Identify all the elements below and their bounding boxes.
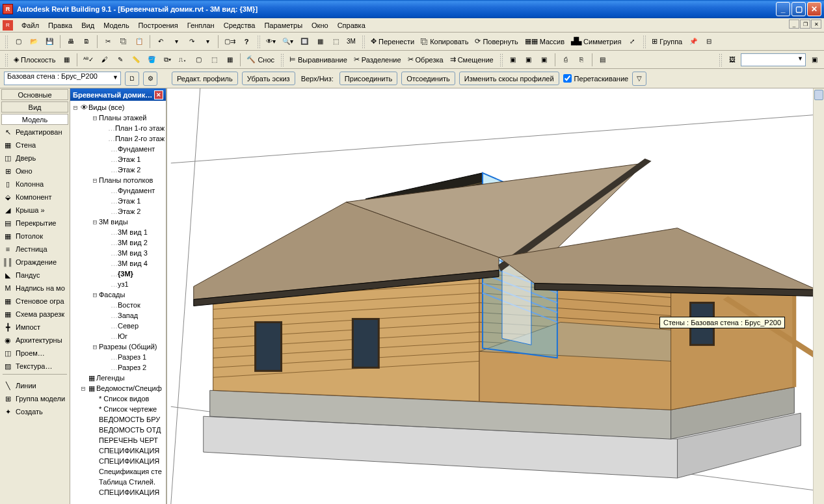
tree-node[interactable]: …уз1 — [72, 279, 165, 289]
print-icon[interactable]: 🖶 — [64, 34, 78, 49]
menu-constructions[interactable]: Построения — [134, 20, 183, 31]
menu-file[interactable]: Файл — [17, 20, 44, 31]
toolbar-grip[interactable] — [362, 35, 365, 48]
tree-node[interactable]: …Юг — [72, 331, 165, 341]
tool-11[interactable]: ◣Пандус — [0, 269, 70, 282]
menu-window[interactable]: Окно — [307, 20, 333, 31]
match-icon[interactable]: 🖌 — [98, 53, 112, 67]
toolbar-grip[interactable] — [257, 35, 260, 48]
demolish-button[interactable]: 🔨Снос — [244, 53, 277, 67]
redo-icon[interactable]: ↷ — [185, 34, 199, 49]
grid-icon[interactable]: ▦ — [59, 53, 73, 67]
tool-18[interactable]: ▨Текстура… — [0, 360, 70, 373]
pin-icon[interactable]: 📌 — [686, 34, 700, 49]
tree-node[interactable]: …Фундамент — [72, 144, 165, 154]
menu-edit[interactable]: Правка — [44, 20, 77, 31]
toolbar-grip[interactable] — [280, 53, 284, 66]
panel-view[interactable]: Вид — [1, 101, 68, 113]
family-props-button[interactable]: ⚙ — [143, 72, 157, 86]
copy-icon[interactable]: ⿻ — [116, 34, 131, 49]
tree-node[interactable]: ⊟Разрезы (Общий) — [72, 341, 165, 352]
help-icon[interactable]: ? — [239, 34, 254, 49]
tree-node[interactable]: …3M вид 4 — [72, 258, 165, 269]
tree-node[interactable]: ВЕДОМОСТЬ БРУ — [72, 414, 165, 425]
tool-1[interactable]: ▦Стена — [0, 139, 70, 152]
workplane-button[interactable]: ◈Плоскость — [11, 53, 58, 67]
menu-tools[interactable]: Средства — [219, 20, 260, 31]
edit-profile-button[interactable]: Редакт. профиль — [172, 72, 238, 85]
drag-checkbox[interactable]: Перетаскивание — [563, 74, 629, 83]
cut-icon[interactable]: ✂ — [101, 34, 115, 49]
detach-button[interactable]: Отсоединить — [401, 72, 455, 85]
tree-node[interactable]: СПЕЦИФИКАЦИЯ — [72, 487, 165, 497]
mdi-minimize[interactable]: _ — [789, 20, 799, 29]
v3-icon[interactable]: ▣ — [537, 53, 552, 67]
tool-19[interactable]: ╲Линии — [0, 379, 70, 392]
tool-4[interactable]: ▯Колонна — [0, 178, 70, 191]
scrollbar-thumb[interactable] — [814, 90, 823, 100]
group-button[interactable]: ⊞Группа — [649, 34, 685, 49]
split-button[interactable]: ✂Разделение — [351, 53, 404, 67]
box1-icon[interactable]: ▢ — [191, 53, 206, 67]
toolbar-grip[interactable] — [643, 35, 646, 48]
toolbar-grip[interactable] — [719, 53, 722, 66]
tool-14[interactable]: ▦Схема разрезк — [0, 308, 70, 321]
tree-node[interactable]: ⊟3M виды — [72, 217, 165, 227]
v6-icon[interactable]: ▤ — [596, 53, 610, 67]
maximize-button[interactable]: ▢ — [791, 2, 806, 16]
tree-node[interactable]: Спецификация сте — [72, 466, 165, 477]
tree-node[interactable]: ⊟Планы этажей — [72, 113, 165, 123]
close-button[interactable]: ✕ — [807, 2, 821, 16]
scrollbar-vertical[interactable] — [813, 88, 824, 504]
wall-join-icon[interactable]: ⎍▾ — [176, 53, 190, 67]
v2-icon[interactable]: ▣ — [522, 53, 536, 67]
render-selector[interactable]: ▼ — [741, 53, 806, 66]
mdi-restore[interactable]: ❐ — [800, 20, 810, 29]
open-icon[interactable]: 📂 — [27, 34, 41, 49]
undo-dropdown-icon[interactable]: ▾ — [169, 34, 183, 49]
tree-node[interactable]: ПЕРЕЧЕНЬ ЧЕРТ — [72, 435, 165, 445]
tool-17[interactable]: ◫Проем… — [0, 347, 70, 360]
type-selector[interactable]: Базовая стена : Брус_Р200 — [4, 72, 121, 85]
tool-8[interactable]: ▦Потолок — [0, 230, 70, 243]
tree-node[interactable]: …План 1-го этаж — [72, 123, 165, 133]
mirror-button[interactable]: ▟▙Симметрия — [568, 34, 624, 49]
model-canvas[interactable] — [167, 88, 824, 504]
tree-node[interactable]: ⊟Фасады — [72, 289, 165, 300]
tree-node[interactable]: СПЕЦИФИКАЦИЯ — [72, 456, 165, 466]
new-icon[interactable]: ▢ — [11, 34, 25, 49]
tree-node[interactable]: ⊟▦Ведомости/Специф — [72, 383, 165, 393]
browser-tree[interactable]: ⊟👁Виды (все) ⊟Планы этажей…План 1-го эта… — [70, 101, 166, 504]
tool-5[interactable]: ⬙Компонент — [0, 191, 70, 204]
toolbar-grip[interactable] — [5, 53, 8, 66]
browser-close-icon[interactable]: ✕ — [154, 90, 163, 99]
tree-node[interactable]: …Этаж 2 — [72, 165, 165, 175]
undo-icon[interactable]: ↶ — [153, 34, 168, 49]
tree-node[interactable]: …Этаж 1 — [72, 196, 165, 206]
render-icon[interactable]: 🖼 — [725, 53, 739, 67]
minimize-button[interactable]: _ — [776, 2, 790, 16]
panel-basics[interactable]: Основные — [1, 89, 68, 100]
toolbar-grip[interactable] — [5, 35, 8, 48]
resize-icon[interactable]: ⤢ — [625, 34, 639, 49]
render-go-icon[interactable]: ▣ — [807, 53, 821, 67]
tool-6[interactable]: ◢Крыша » — [0, 204, 70, 217]
3d-icon[interactable]: ⬚ — [328, 34, 343, 49]
tool-16[interactable]: ◉Архитектурны — [0, 334, 70, 347]
props-button[interactable]: 🗋 — [125, 72, 139, 86]
measure-icon[interactable]: 📏 — [129, 53, 143, 67]
doc-icon[interactable]: R — [3, 20, 13, 31]
v1-icon[interactable]: ▣ — [506, 53, 520, 67]
spell-icon[interactable]: ᴬᴮ✓ — [81, 53, 96, 67]
tool-12[interactable]: MНадпись на мо — [0, 282, 70, 295]
paste-icon[interactable]: 📋 — [132, 34, 146, 49]
print-preview-icon[interactable]: 🗎 — [79, 34, 94, 49]
tree-node[interactable]: Таблица Стилей. — [72, 477, 165, 487]
join-icon[interactable]: ⧉▾ — [160, 53, 174, 67]
tree-node[interactable]: СПЕЦИФИКАЦИЯ — [72, 445, 165, 456]
panel-model[interactable]: Модель — [1, 114, 68, 125]
change-bevels-button[interactable]: Изменить скосы профилей — [459, 72, 559, 85]
tree-node[interactable]: …Фундамент — [72, 185, 165, 196]
tree-node[interactable]: …3M вид 3 — [72, 248, 165, 258]
linework-icon[interactable]: ✎ — [113, 53, 127, 67]
